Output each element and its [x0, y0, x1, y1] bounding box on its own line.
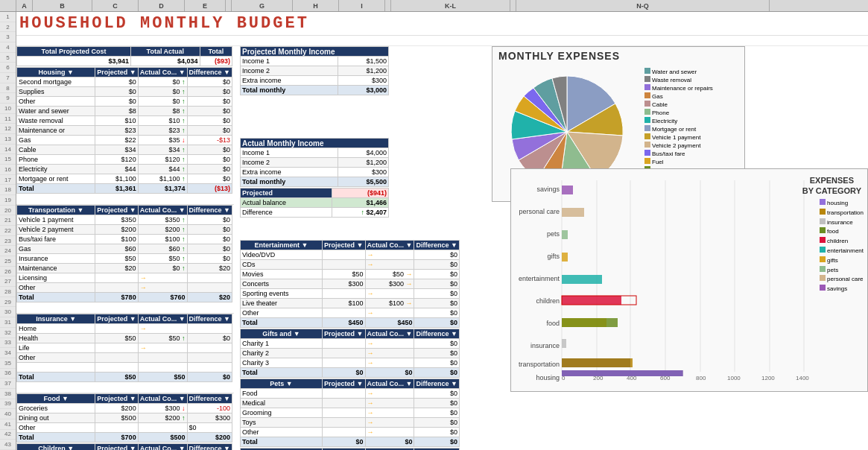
col-b: B: [33, 0, 92, 11]
svg-rect-29: [562, 253, 568, 262]
svg-rect-26: [562, 186, 573, 194]
proj-total-monthly-label: Total monthly: [241, 86, 338, 95]
actual-total-monthly-label: Total monthly: [241, 177, 338, 187]
page-title: HOUSEHOLD MONTHLY BUDGET: [19, 14, 309, 33]
corner-cell: [0, 0, 16, 11]
transport-col-diff: Difference ▼: [187, 206, 232, 215]
balance-proj-label: Projected: [241, 188, 332, 198]
housing-col-diff: Difference ▼: [187, 68, 232, 77]
col-j: [385, 0, 391, 11]
svg-rect-35: [562, 339, 566, 348]
svg-text:pets: pets: [547, 230, 560, 238]
children-col-label: Children ▼: [17, 444, 95, 451]
svg-text:800: 800: [696, 375, 706, 381]
summary-proj-val: $3,941: [17, 57, 131, 66]
svg-rect-28: [562, 230, 568, 239]
svg-text:transportation: transportation: [519, 361, 560, 368]
svg-rect-31: [562, 296, 621, 305]
balance-proj-val: ($941): [332, 188, 389, 198]
summary-actual-label: Total Actual: [131, 47, 200, 57]
transport-total-label: Total: [17, 293, 95, 302]
col-n: N-Q: [516, 0, 770, 11]
svg-rect-40: [562, 370, 683, 376]
col-d: D: [139, 0, 185, 11]
transport-col-label: Transportation ▼: [17, 206, 95, 215]
col-g: G: [232, 0, 293, 11]
insurance-total-label: Total: [17, 373, 95, 382]
svg-text:1200: 1200: [761, 375, 775, 381]
svg-text:housing: housing: [536, 374, 560, 381]
balance-diff-val: ↑ $2,407: [332, 208, 389, 218]
col-i: I: [339, 0, 385, 11]
food-total-label: Total: [17, 433, 95, 443]
pets-col-label: Pets ▼: [241, 379, 323, 389]
col-f: [226, 0, 232, 11]
bar-chart-panel: EXPENSESBY CATEGORY savings personal car…: [510, 168, 868, 392]
svg-text:children: children: [536, 297, 560, 305]
col-c: C: [92, 0, 139, 11]
spreadsheet: A B C D E G H I K-L N-Q 1 2 3 4 5 6 7 8 …: [0, 0, 868, 450]
entertainment-col-label: Entertainment ▼: [241, 241, 323, 250]
svg-text:1000: 1000: [727, 375, 741, 381]
transport-col-actual: Actual Co... ▼: [138, 206, 187, 215]
svg-text:insurance: insurance: [530, 342, 560, 349]
housing-col-proj: Projected ▼: [95, 68, 138, 77]
column-headers: A B C D E G H I K-L N-Q: [0, 0, 868, 12]
food-col-label: Food ▼: [17, 394, 95, 404]
proj-income-title: Projected Monthly Income: [241, 47, 389, 57]
col-k: K-L: [391, 0, 510, 11]
summary-total-label: Total: [200, 47, 232, 57]
bar-chart-legend: housing transportation insurance food ch…: [820, 199, 864, 294]
col-m: [510, 0, 516, 11]
pie-chart-title: MONTHLY EXPENSES: [498, 50, 620, 62]
actual-income-title: Actual Monthly Income: [241, 139, 389, 148]
col-h: H: [293, 0, 339, 11]
row-numbers: 1 2 3 4 5 6 7 8 9 10 11 12 13 14 15 16 1…: [0, 12, 16, 450]
svg-rect-37: [562, 358, 630, 367]
housing-other: Other: [17, 97, 95, 107]
gifts-col-label: Gifts and ▼: [241, 329, 323, 339]
main-content: 1 2 3 4 5 6 7 8 9 10 11 12 13 14 15 16 1…: [0, 12, 868, 450]
svg-rect-30: [562, 275, 602, 284]
svg-text:food: food: [546, 320, 560, 327]
summary-proj-label: Total Projected Cost: [17, 47, 131, 57]
balance-actual-val: $1,466: [332, 198, 389, 208]
col-a: A: [16, 0, 33, 11]
housing-total-label: Total: [17, 184, 95, 194]
svg-text:gifts: gifts: [547, 253, 560, 260]
balance-actual-label: Actual balance: [241, 198, 332, 208]
svg-text:savings: savings: [536, 186, 560, 193]
svg-text:entertainment: entertainment: [519, 275, 560, 282]
bar-chart-svg: savings personal care pets gifts enterta…: [511, 169, 868, 381]
insurance-col-label: Insurance ▼: [17, 314, 95, 324]
svg-text:1400: 1400: [796, 375, 809, 381]
summary-total-val: ($93): [200, 57, 232, 66]
svg-text:personal care: personal care: [519, 208, 560, 215]
svg-rect-27: [562, 208, 584, 217]
col-e: E: [185, 0, 226, 11]
summary-actual-val: $4,034: [131, 57, 200, 66]
bar-chart-title: EXPENSESBY CATEGORY: [802, 175, 861, 197]
svg-rect-34: [562, 318, 606, 327]
housing-col-actual: Actual Co... ▼: [138, 68, 187, 77]
housing-col-label: Housing ▼: [17, 68, 95, 77]
transport-col-proj: Projected ▼: [95, 206, 138, 215]
balance-diff-label: Difference: [241, 208, 332, 218]
